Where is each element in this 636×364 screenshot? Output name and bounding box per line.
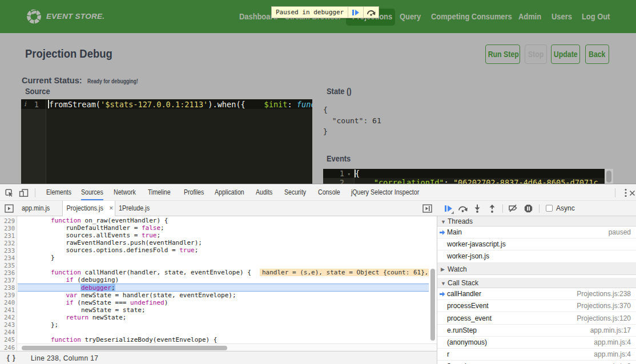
- devtools-close-button[interactable]: [629, 190, 635, 196]
- stack-row-worker-json-js[interactable]: worker-json.js: [437, 250, 636, 262]
- code-line-232: rawEventHandlers.push(eventHandler);: [21, 239, 202, 246]
- banner-resume-button[interactable]: [348, 7, 363, 18]
- code-line-242: return newState;: [21, 314, 126, 321]
- state-heading: State (): [327, 87, 352, 96]
- source-code-panel[interactable]: 229 function on_raw(eventHandler) {230 r…: [0, 216, 437, 351]
- file-tab-label: app.min.js: [22, 201, 50, 216]
- devtools-tab-security[interactable]: Security: [284, 185, 306, 200]
- code-line-number[interactable]: 233: [0, 247, 15, 254]
- events-heading: Events: [327, 154, 351, 163]
- hide-debugger-sidebar-button[interactable]: [422, 204, 432, 213]
- gutter-border: [46, 99, 46, 184]
- code-line-number[interactable]: 234: [0, 254, 15, 261]
- devtools-menu-button[interactable]: [623, 188, 628, 197]
- file-tab-app-min-js[interactable]: app.min.js: [22, 201, 53, 216]
- stack-row-callhandler[interactable]: callHandlerProjections.js:238: [437, 288, 636, 300]
- nav-item-competing-consumers[interactable]: Competing Consumers: [431, 0, 512, 33]
- code-line-number[interactable]: 231: [0, 232, 15, 239]
- sidebar-section-watch[interactable]: ▶Watch: [437, 263, 636, 276]
- events-scrollbar[interactable]: [605, 169, 613, 184]
- code-line-number[interactable]: 235: [0, 262, 15, 269]
- code-line-number[interactable]: 236: [0, 269, 15, 276]
- execution-pointer-icon: [439, 291, 445, 297]
- step-out-button[interactable]: [489, 204, 496, 213]
- code-line-number[interactable]: 239: [0, 292, 15, 298]
- events-scrollbar-thumb[interactable]: [606, 171, 611, 183]
- code-line-number[interactable]: 240: [0, 299, 15, 306]
- stack-row-process-event[interactable]: process_eventProjections.js:120: [437, 313, 636, 325]
- run-step-button[interactable]: Run Step: [485, 45, 520, 64]
- devtools-tab-jquery-selector-inspector[interactable]: jQuery Selector Inspector: [351, 185, 419, 200]
- devtools-tab-application[interactable]: Application: [215, 185, 244, 200]
- stack-row-main[interactable]: Mainpaused: [437, 227, 636, 238]
- stack-row-e-runstep[interactable]: e.runStepapp.min.js:17: [437, 325, 636, 337]
- code-line-number[interactable]: 245: [0, 336, 15, 343]
- row-label: r: [447, 350, 449, 358]
- step-over-icon: [458, 205, 468, 212]
- current-status-value: Ready for debugging!: [87, 78, 138, 84]
- devtools-tab-network[interactable]: Network: [114, 185, 136, 200]
- source-editor[interactable]: i 1 fromStream('$stats-127.0.0.1:2113').…: [21, 99, 312, 184]
- sidebar-section-threads[interactable]: ▼Threads: [437, 216, 636, 227]
- code-line-236: function callHandler(handler, state, eve…: [21, 269, 251, 276]
- async-label: Async: [556, 204, 575, 212]
- row-location: Projections.js:370: [577, 302, 631, 310]
- devtools-tab-audits[interactable]: Audits: [256, 185, 272, 200]
- pause-on-exceptions-button[interactable]: [524, 204, 533, 213]
- code-line-number[interactable]: 238: [0, 284, 15, 291]
- fold-arrow-icon[interactable]: ▾: [348, 171, 351, 177]
- screen: EVENT STORE. DashboardStream BrowserProj…: [0, 0, 636, 364]
- step-over-button[interactable]: [458, 205, 468, 212]
- step-into-button[interactable]: [474, 204, 481, 213]
- vscrollbar-thumb[interactable]: [430, 269, 435, 341]
- code-line-number[interactable]: 242: [0, 314, 15, 321]
- device-toolbar-icon: [19, 188, 29, 197]
- stack-row-r[interactable]: rapp.min.js:4: [437, 349, 636, 361]
- pretty-print-icon[interactable]: { }: [7, 354, 16, 362]
- code-hscrollbar[interactable]: [18, 343, 437, 351]
- stack-row--ready[interactable]: $.readyapp.min.js:2: [437, 361, 636, 364]
- stack-row-worker-javascript-js[interactable]: worker-javascript.js: [437, 238, 636, 250]
- back-button[interactable]: Back: [585, 45, 609, 64]
- controls-separator: [502, 204, 503, 213]
- file-tab-1prelude-js[interactable]: 1Prelude.js: [119, 201, 153, 216]
- code-line-number[interactable]: 230: [0, 225, 15, 232]
- devtools-tab-sources[interactable]: Sources: [81, 185, 103, 200]
- stack-row-processevent[interactable]: processEventProjections.js:370: [437, 300, 636, 312]
- stop-button[interactable]: Stop: [525, 45, 547, 64]
- events-editor[interactable]: 1 ▾ 2 { "correlationId": "06202702-8837-…: [323, 169, 605, 184]
- row-label: e.runStep: [447, 326, 477, 334]
- code-line-number[interactable]: 237: [0, 277, 15, 284]
- stack-row--anonymous-[interactable]: (anonymous)app.min.js:4: [437, 337, 636, 349]
- debugger-controls: Async: [437, 201, 636, 216]
- devtools-tab-profiles[interactable]: Profiles: [184, 185, 204, 200]
- sidebar-section-call-stack[interactable]: ▼Call Stack: [437, 278, 636, 288]
- toggle-device-toolbar-button[interactable]: [19, 188, 29, 197]
- devtools-tab-elements[interactable]: Elements: [46, 185, 71, 200]
- file-tab-projections-js[interactable]: Projections.js×: [62, 201, 115, 216]
- deactivate-breakpoints-button[interactable]: [508, 204, 518, 212]
- code-line-number[interactable]: 232: [0, 240, 15, 246]
- nav-item-query[interactable]: Query: [400, 0, 421, 33]
- devtools-tab-console[interactable]: Console: [318, 185, 340, 200]
- devtools-tab-timeline[interactable]: Timeline: [148, 185, 171, 200]
- nav-item-admin[interactable]: Admin: [518, 0, 541, 33]
- update-button[interactable]: Update: [551, 45, 580, 64]
- code-line-number[interactable]: 243: [0, 321, 15, 328]
- code-line-number[interactable]: 229: [0, 217, 15, 224]
- resume-script-button[interactable]: [444, 205, 453, 212]
- banner-step-over-button[interactable]: [363, 7, 379, 18]
- deactivate-breakpoints-icon: [508, 204, 518, 212]
- code-line-number[interactable]: 241: [0, 306, 15, 313]
- step-out-icon: [489, 204, 496, 213]
- nav-item-log-out[interactable]: Log Out: [582, 0, 610, 33]
- inspect-element-button[interactable]: [5, 188, 14, 197]
- code-vscrollbar[interactable]: [429, 216, 437, 343]
- code-line-number[interactable]: 246: [0, 344, 15, 351]
- toggle-navigator-button[interactable]: [5, 204, 14, 213]
- async-checkbox[interactable]: [546, 205, 553, 212]
- file-tab-close-icon[interactable]: ×: [109, 204, 113, 212]
- code-line-number[interactable]: 244: [0, 329, 15, 335]
- nav-item-users[interactable]: Users: [552, 0, 572, 33]
- hscrollbar-thumb[interactable]: [22, 346, 227, 350]
